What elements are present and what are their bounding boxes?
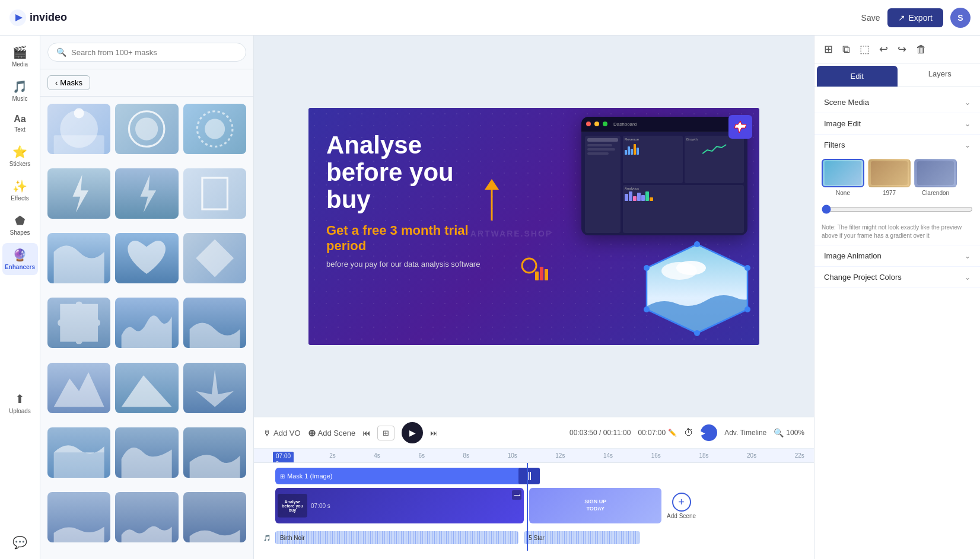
mask-item-wave-3[interactable] xyxy=(183,298,246,348)
mask-item-lightning-1[interactable] xyxy=(47,168,110,219)
filter-1977[interactable]: 1977 xyxy=(868,159,911,196)
svg-point-26 xyxy=(694,330,700,336)
sidebar-item-music[interactable]: 🎵 Music xyxy=(2,75,38,107)
add-vo-button[interactable]: 🎙 Add VO xyxy=(263,429,301,437)
mask-item-land-3[interactable] xyxy=(183,427,246,478)
image-animation-header[interactable]: Image Animation ⌄ xyxy=(814,245,980,266)
filters-header[interactable]: Filters ⌄ xyxy=(814,135,980,155)
scene-time: 00:07:00 ✏️ xyxy=(638,429,677,437)
chat-icon: 💬 xyxy=(12,535,27,550)
grid-view-button[interactable]: ⊞ xyxy=(822,40,835,58)
undo-button[interactable]: ↩ xyxy=(877,40,890,58)
add-scene-circle: + xyxy=(672,493,691,512)
mask-button[interactable]: ⬚ xyxy=(857,40,872,58)
scene-media-chevron: ⌄ xyxy=(965,98,971,107)
record-btn[interactable]: ▶ xyxy=(701,424,717,441)
canvas-subtitle: Get a free 3 month trial period xyxy=(326,223,494,254)
tab-layers[interactable]: Layers xyxy=(900,63,981,87)
search-area: 🔍 xyxy=(40,36,253,69)
play-button[interactable]: ▶ xyxy=(402,422,423,443)
filters-row: None 1977 Clarendon xyxy=(814,155,980,202)
mask-item-wave-1[interactable] xyxy=(47,233,110,283)
svg-rect-28 xyxy=(535,271,539,280)
mask-item-land-2[interactable] xyxy=(115,427,178,478)
mask-track-bar[interactable]: ⊞ Mask 1 (Image) xyxy=(275,468,529,484)
svg-point-19 xyxy=(676,261,706,275)
sidebar-item-effects[interactable]: ✨ Effects xyxy=(2,174,38,206)
mask-track-end[interactable] xyxy=(518,468,540,484)
filter-thumb-clarendon xyxy=(914,159,957,187)
filter-clarendon[interactable]: Clarendon xyxy=(914,159,957,196)
masks-grid xyxy=(40,97,253,559)
image-edit-header[interactable]: Image Edit ⌄ xyxy=(814,113,980,134)
tab-edit[interactable]: Edit xyxy=(817,66,898,87)
mask-item-lightning-2[interactable] xyxy=(115,168,178,219)
filter-intensity-slider[interactable] xyxy=(822,205,973,214)
sidebar-item-uploads[interactable]: ⬆ Uploads xyxy=(2,387,38,419)
mask-item-rect-1[interactable] xyxy=(183,168,246,219)
sidebar-item-stickers[interactable]: ⭐ Stickers xyxy=(2,140,38,172)
svg-rect-30 xyxy=(545,269,548,280)
audio-wave-1 xyxy=(275,531,518,544)
chat-icon-item[interactable]: 💬 xyxy=(2,531,38,554)
mask-item-wave-bottom-3[interactable] xyxy=(183,492,246,542)
svg-point-22 xyxy=(744,265,750,271)
filter-note: Note: The filter might not look exactly … xyxy=(814,221,980,245)
search-icon: 🔍 xyxy=(56,47,66,57)
change-colors-header[interactable]: Change Project Colors ⌄ xyxy=(814,267,980,288)
scene2-track[interactable]: SIGN UPTODAY xyxy=(529,488,661,523)
effects-icon: ✨ xyxy=(12,179,27,193)
redo-button[interactable]: ↪ xyxy=(895,40,909,58)
logo: invideo xyxy=(9,9,67,26)
audio-track-1[interactable]: Birth Noir xyxy=(275,531,518,544)
export-button[interactable]: ↗ Export xyxy=(887,8,943,27)
add-scene-button[interactable]: ⊕ Add Scene xyxy=(308,427,356,439)
scene-media-header[interactable]: Scene Media ⌄ xyxy=(814,92,980,113)
sidebar-item-shapes[interactable]: ⬟ Shapes xyxy=(2,209,38,241)
masks-header: ‹ Masks xyxy=(40,69,253,97)
layers-stack-button[interactable]: ⧉ xyxy=(840,41,852,58)
masks-back-button[interactable]: ‹ Masks xyxy=(47,75,90,90)
topbar-right: Save ↗ Export S xyxy=(861,8,971,28)
skip-back-button[interactable]: ⏮ xyxy=(362,429,370,437)
right-tabs: Edit Layers xyxy=(814,63,980,87)
scene-view-button[interactable]: ⊞ xyxy=(377,426,394,440)
sidebar-item-enhancers[interactable]: 🔮 Enhancers xyxy=(2,243,38,275)
mask-item-mountain-2[interactable] xyxy=(115,363,178,413)
mask-item-diamond-1[interactable] xyxy=(183,233,246,283)
avatar[interactable]: S xyxy=(950,8,971,28)
mask-item-land-1[interactable] xyxy=(47,427,110,478)
timeline-toolbar: 🎙 Add VO ⊕ Add Scene ⏮ ⊞ ▶ ⏭ 00:03:50 / … xyxy=(254,417,814,449)
filter-none[interactable]: None xyxy=(822,159,864,196)
add-scene-track[interactable]: + Add Scene xyxy=(667,493,696,519)
search-input[interactable] xyxy=(71,48,237,57)
canvas-body-text: before you pay for our data analysis sof… xyxy=(326,260,494,269)
mask-item-circle-2[interactable] xyxy=(115,104,178,154)
mask-item-wave-bottom-1[interactable] xyxy=(47,492,110,542)
sidebar-item-text[interactable]: Aa Text xyxy=(2,109,38,138)
mask-item-mountain-1[interactable] xyxy=(47,363,110,413)
svg-rect-4 xyxy=(54,135,104,154)
audio-icon: 🎵 xyxy=(263,535,271,541)
mask-item-wave-bottom-2[interactable] xyxy=(115,492,178,542)
mask-item-puzzle-1[interactable] xyxy=(47,298,110,348)
mask-item-circle-3[interactable] xyxy=(183,104,246,154)
canvas-frame[interactable]: Analyse before you buy Get a free 3 mont… xyxy=(308,108,759,345)
mask-item-wave-2[interactable] xyxy=(115,298,178,348)
hexagon-element[interactable] xyxy=(644,241,750,336)
mask-item-heart-1[interactable] xyxy=(115,233,178,283)
skip-forward-button[interactable]: ⏭ xyxy=(430,429,438,437)
timer-icon-btn[interactable]: ⏱ xyxy=(684,427,693,438)
filter-slider xyxy=(814,202,980,221)
mask-item-circle-1[interactable] xyxy=(47,104,110,154)
svg-point-23 xyxy=(644,306,650,312)
audio-track-2[interactable]: 5 Star xyxy=(524,531,640,544)
sidebar-item-media[interactable]: 🎬 Media xyxy=(2,40,38,72)
save-button[interactable]: Save xyxy=(861,13,880,23)
delete-button[interactable]: 🗑 xyxy=(914,41,929,58)
svg-point-6 xyxy=(135,117,158,140)
mask-item-spike-1[interactable] xyxy=(183,363,246,413)
svg-marker-10 xyxy=(141,175,157,213)
scene1-track[interactable]: Analyse before you buy 07:00 s ⟶ xyxy=(275,488,524,523)
timeline: 🎙 Add VO ⊕ Add Scene ⏮ ⊞ ▶ ⏭ 00:03:50 / … xyxy=(254,417,814,559)
